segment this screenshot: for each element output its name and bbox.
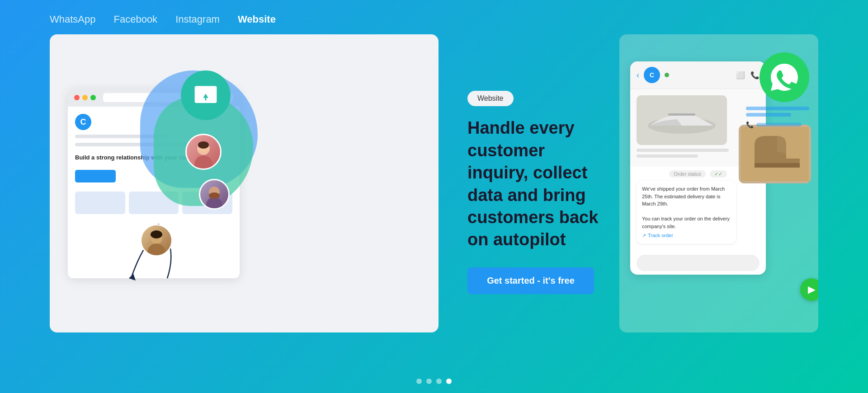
boot-product-image (739, 125, 811, 183)
dot-4-active[interactable] (446, 379, 452, 384)
avatar-male-beard (199, 179, 230, 210)
chat-product-line-2 (637, 154, 698, 158)
whatsapp-icon (769, 61, 800, 93)
chat-avatar: C (644, 67, 660, 83)
browser-icon (192, 82, 219, 109)
dot-2[interactable] (426, 379, 432, 384)
avatar-female-face (187, 135, 220, 168)
chat-header: ‹ C ⬜ 📞 (630, 61, 766, 89)
right-panel-info-lines: 📞 (746, 107, 809, 128)
navigation: WhatsApp Facebook Instagram Website (0, 0, 868, 34)
nav-facebook[interactable]: Facebook (114, 14, 158, 25)
phone-line-bar (756, 123, 802, 126)
svg-rect-20 (668, 113, 695, 116)
bubble-text: We've shipped your order from March 25th… (642, 186, 730, 229)
browser-line-1 (75, 135, 170, 138)
dot-3[interactable] (436, 379, 442, 384)
avatar-asian-face (142, 225, 171, 255)
svg-point-15 (147, 243, 165, 255)
chat-back-icon: ‹ (637, 70, 639, 80)
dot-1[interactable] (416, 379, 422, 384)
nav-whatsapp[interactable]: WhatsApp (50, 14, 96, 25)
browser-card-1 (75, 192, 125, 214)
browser-logo: C (75, 114, 91, 130)
main-layout: C Build a strong relationship with your … (0, 34, 868, 351)
pagination-dots (416, 379, 452, 384)
nav-website[interactable]: Website (238, 14, 276, 25)
svg-point-8 (194, 155, 212, 168)
left-card: C Build a strong relationship with your … (50, 34, 439, 332)
website-badge: Website (467, 91, 514, 106)
svg-point-4 (204, 88, 207, 90)
right-content: Website Handle every customer inquiry, c… (449, 34, 609, 351)
svg-point-2 (197, 88, 199, 90)
phone-icon: 📞 (750, 71, 760, 80)
chat-header-icons: ⬜ 📞 (736, 71, 760, 80)
svg-point-3 (200, 88, 203, 90)
browser-dot-red (74, 95, 80, 100)
phone-icon-small: 📞 (746, 121, 754, 128)
video-icon: ⬜ (736, 71, 745, 80)
right-panel: ‹ C ⬜ 📞 (619, 34, 818, 332)
info-line-1 (746, 107, 809, 110)
send-button[interactable]: ▶ (800, 278, 818, 301)
phone-line: 📞 (746, 121, 809, 128)
whatsapp-logo-circle (760, 52, 809, 102)
svg-point-10 (198, 141, 209, 149)
main-heading: Handle every customer inquiry, collect d… (467, 117, 609, 251)
avatar-female (185, 134, 222, 170)
svg-point-16 (151, 230, 162, 239)
chat-status-dot (665, 73, 669, 77)
chat-product-line-1 (637, 149, 729, 152)
browser-dot-yellow (82, 95, 88, 100)
svg-point-13 (209, 192, 220, 199)
info-line-2 (746, 113, 791, 117)
avatar-male-face (200, 180, 228, 208)
website-icon-circle (181, 70, 231, 120)
link-icon: ↗ (642, 232, 646, 239)
cta-button[interactable]: Get started - it's free (467, 267, 594, 294)
chat-input-bar[interactable] (637, 255, 760, 271)
browser-cta-button (75, 170, 116, 182)
avatar-asian (140, 224, 173, 257)
boot-image (741, 127, 809, 181)
product-image (637, 95, 727, 145)
browser-card-2 (129, 192, 179, 214)
chat-bubble: We've shipped your order from March 25th… (637, 181, 736, 244)
nav-instagram[interactable]: Instagram (175, 14, 220, 25)
shoe-image (641, 98, 722, 143)
browser-dot-green (90, 95, 96, 100)
track-order-link[interactable]: ↗ Track order (642, 232, 731, 239)
browser-line-2 (75, 143, 201, 146)
